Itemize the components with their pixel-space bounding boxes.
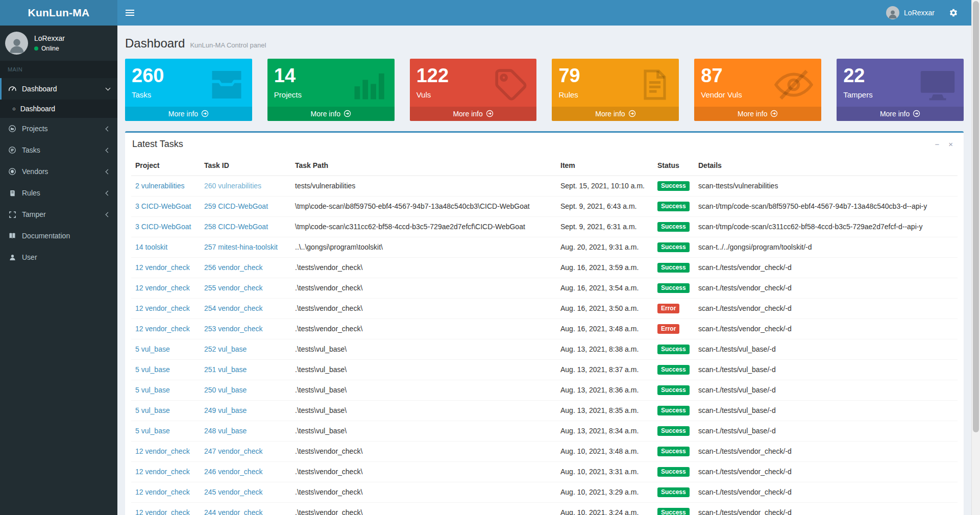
sidebar-item-documentation[interactable]: Documentation (0, 225, 117, 247)
table-row: 3 CICD-WebGoat 258 CICD-WebGoat \tmp\cod… (131, 216, 958, 237)
status-badge: Success (657, 426, 690, 436)
more-info-link-vuls[interactable]: More info (410, 107, 537, 121)
task-id-link[interactable]: 250 vul_base (204, 386, 247, 394)
project-link[interactable]: 12 vendor_check (135, 325, 190, 333)
item-cell: Aug. 16, 2021, 3:50 a.m. (556, 298, 653, 318)
online-status-label: Online (41, 45, 59, 52)
sidebar-item-vendors[interactable]: Vendors (0, 161, 117, 182)
details-cell: scan-t./tests/vendor_check/-d (694, 278, 958, 298)
sidebar-item-tasks[interactable]: Tasks (0, 139, 117, 161)
task-id-link[interactable]: 254 vendor_check (204, 304, 262, 312)
collapse-box-button[interactable]: − (931, 139, 943, 150)
project-link[interactable]: 5 vul_base (135, 365, 170, 374)
task-id-link[interactable]: 259 CICD-WebGoat (204, 202, 268, 210)
project-link[interactable]: 5 vul_base (135, 345, 170, 353)
details-cell: scan-t./tests/vendor_check/-d (694, 298, 958, 318)
task-id-link[interactable]: 258 CICD-WebGoat (204, 223, 268, 231)
status-badge: Success (657, 467, 690, 477)
task-id-link[interactable]: 244 vendor_check (204, 508, 262, 515)
sidebar-item-rules[interactable]: Rules (0, 182, 117, 204)
infobox-label: Tampers (843, 90, 958, 99)
more-info-link-tampers[interactable]: More info (837, 107, 964, 121)
arrow-circle-icon (344, 110, 351, 117)
table-row: 12 vendor_check 256 vendor_check .\tests… (131, 257, 958, 278)
page-scrollbar[interactable] (971, 0, 980, 515)
task-id-link[interactable]: 255 vendor_check (204, 284, 262, 292)
task-path-cell: .\tests\vendor_check\ (291, 502, 556, 515)
info-boxes-row: 260 Tasks More info 14 Projects More inf… (125, 59, 964, 121)
more-info-link-tasks[interactable]: More info (125, 107, 252, 121)
task-id-link[interactable]: 248 vul_base (204, 427, 247, 435)
task-id-link[interactable]: 252 vul_base (204, 345, 247, 353)
navbar-user-menu[interactable]: LoRexxar (879, 0, 942, 26)
task-id-link[interactable]: 247 vendor_check (204, 447, 262, 455)
table-row: 12 vendor_check 254 vendor_check .\tests… (131, 298, 958, 318)
tasks-icon (8, 146, 17, 154)
sidebar-item-dashboard[interactable]: Dashboard (0, 78, 117, 100)
sidebar-subitem-dashboard[interactable]: ○ Dashboard (0, 100, 117, 118)
hamburger-icon (126, 8, 134, 17)
task-id-link[interactable]: 245 vendor_check (204, 488, 262, 496)
infobox-vuls: 122 Vuls More info (410, 59, 537, 121)
project-link[interactable]: 3 CICD-WebGoat (135, 223, 191, 231)
task-id-link[interactable]: 253 vendor_check (204, 325, 262, 333)
infobox-tasks: 260 Tasks More info (125, 59, 252, 121)
details-cell: scan-t./tests/vul_base/-d (694, 421, 958, 441)
sidebar-item-user[interactable]: User (0, 247, 117, 268)
more-info-link-projects[interactable]: More info (267, 107, 395, 121)
more-info-label: More info (880, 110, 910, 118)
admin-settings-button[interactable] (942, 0, 965, 26)
details-cell: scan-ttests/vulnerabilities (694, 176, 958, 197)
sidebar-item-label: Vendors (22, 167, 48, 176)
sidebar-item-label: Tasks (22, 146, 40, 154)
sidebar-toggle-button[interactable] (117, 0, 142, 26)
project-link[interactable]: 12 vendor_check (135, 468, 190, 476)
task-id-link[interactable]: 260 vulnerabilities (204, 182, 261, 190)
project-link[interactable]: 12 vendor_check (135, 304, 190, 312)
table-row: 12 vendor_check 247 vendor_check .\tests… (131, 441, 958, 461)
task-id-link[interactable]: 251 vul_base (204, 365, 247, 374)
tasks-table: Project Task ID Task Path Item Status De… (131, 156, 958, 515)
task-id-link[interactable]: 249 vul_base (204, 406, 247, 414)
close-box-button[interactable]: × (945, 139, 957, 150)
sidebar-user-status[interactable]: Online (34, 45, 65, 52)
project-link[interactable]: 12 vendor_check (135, 284, 190, 292)
sidebar-item-tamper[interactable]: Tamper (0, 204, 117, 225)
project-link[interactable]: 12 vendor_check (135, 508, 190, 515)
project-link[interactable]: 12 vendor_check (135, 263, 190, 272)
task-path-cell: \tmp\code-scan\b8f59750-ebf4-4567-94b7-1… (291, 196, 556, 216)
sidebar-item-projects[interactable]: Projects (0, 118, 117, 139)
brand-logo[interactable]: KunLun-MA (0, 0, 117, 26)
project-link[interactable]: 5 vul_base (135, 406, 170, 414)
task-id-link[interactable]: 257 mitest-hina-toolskit (204, 243, 278, 251)
project-link[interactable]: 5 vul_base (135, 386, 170, 394)
status-badge: Success (657, 406, 690, 415)
table-row: 12 vendor_check 244 vendor_check .\tests… (131, 502, 958, 515)
project-link[interactable]: 2 vulnerabilities (135, 182, 185, 190)
task-id-link[interactable]: 246 vendor_check (204, 468, 262, 476)
task-path-cell: .\tests\vendor_check\ (291, 441, 556, 461)
project-link[interactable]: 12 vendor_check (135, 447, 190, 455)
online-status-icon (34, 46, 38, 51)
more-info-link-rules[interactable]: More info (552, 107, 679, 121)
project-link[interactable]: 12 vendor_check (135, 488, 190, 496)
status-badge: Error (657, 304, 679, 313)
table-row: 3 CICD-WebGoat 259 CICD-WebGoat \tmp\cod… (131, 196, 958, 216)
project-link[interactable]: 3 CICD-WebGoat (135, 202, 191, 210)
latest-tasks-header: Latest Tasks − × (125, 133, 964, 155)
task-path-cell: ..\..\gongsi\program\toolskit\ (291, 237, 556, 257)
sidebar-item-label: User (22, 253, 37, 261)
task-path-cell: \tmp\code-scan\c311cc62-bf58-4ccd-b3c5-7… (291, 216, 556, 237)
project-link[interactable]: 5 vul_base (135, 427, 170, 435)
navbar-username: LoRexxar (904, 9, 935, 17)
infobox-label: Vendor Vuls (701, 90, 815, 99)
item-cell: Aug. 16, 2021, 3:59 a.m. (556, 257, 653, 278)
col-task-id: Task ID (200, 156, 291, 176)
details-cell: scan-t./tests/vul_base/-d (694, 359, 958, 380)
infobox-value: 79 (558, 65, 673, 87)
more-info-link-vendor-vuls[interactable]: More info (694, 107, 821, 121)
task-id-link[interactable]: 256 vendor_check (204, 263, 262, 272)
details-cell: scan-t./tests/vul_base/-d (694, 339, 958, 359)
project-link[interactable]: 14 toolskit (135, 243, 167, 251)
scrollbar-thumb[interactable] (973, 1, 979, 432)
